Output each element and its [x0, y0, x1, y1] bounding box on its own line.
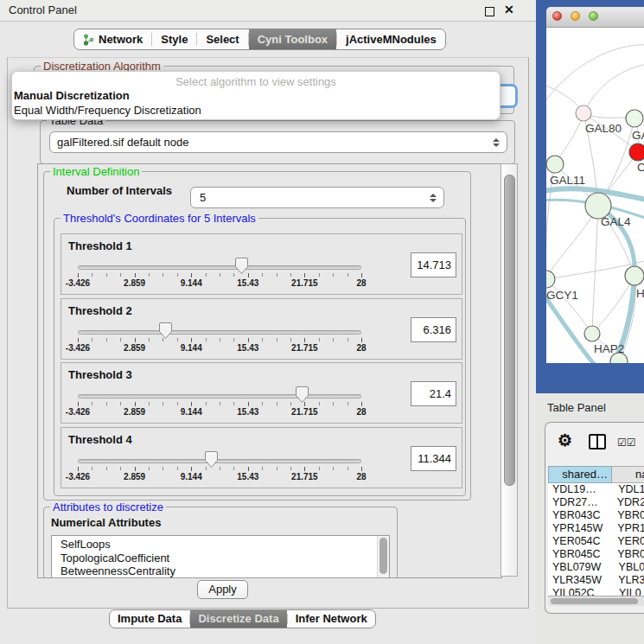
- table-panel: Table Panel shared… na YDL19…YDL1YDR27…Y…: [536, 393, 644, 644]
- slider-thumb[interactable]: [295, 386, 309, 404]
- network-node-gcy1[interactable]: [546, 271, 555, 288]
- slider-tick-icon: [149, 467, 150, 470]
- network-canvas[interactable]: GAL80GACGAL11GAL4GCY1HHAP2: [546, 28, 644, 363]
- threshold-panel: Threshold 1-3.4262.8599.14415.4321.71528…: [61, 233, 462, 295]
- table-row[interactable]: YBL079WYBL0: [548, 561, 644, 574]
- slider-tick-icon: [319, 402, 320, 405]
- panel-title: Control Panel: [9, 3, 77, 16]
- minimize-traffic-light-icon[interactable]: [571, 11, 580, 21]
- slider-tick-label: 9.144: [181, 343, 202, 353]
- tab-cyni-toolbox[interactable]: Cyni Toolbox: [249, 29, 336, 49]
- table-row[interactable]: YIL052CYIL0: [548, 587, 644, 596]
- network-node[interactable]: [626, 110, 643, 127]
- float-icon[interactable]: [485, 7, 494, 16]
- slider-track[interactable]: [78, 265, 361, 270]
- slider-track[interactable]: [78, 394, 361, 399]
- slider-tick-label: -3.426: [66, 472, 90, 481]
- network-node-h[interactable]: [625, 266, 644, 285]
- tab-network[interactable]: Network: [74, 29, 151, 49]
- combo-spinner-icon: [492, 136, 500, 150]
- cell-name: YIL0: [612, 587, 641, 596]
- gear-icon[interactable]: [558, 431, 572, 450]
- zoom-traffic-light-icon[interactable]: [589, 11, 598, 21]
- attribute-list-scrollbar[interactable]: [377, 536, 389, 578]
- cell-shared-name: YDR27…: [548, 496, 610, 509]
- tab-select[interactable]: Select: [197, 29, 247, 49]
- slider-track[interactable]: [78, 330, 361, 335]
- bottom-tab-impute-data[interactable]: Impute Data: [110, 610, 189, 628]
- close-traffic-light-icon[interactable]: [552, 11, 562, 21]
- slider-tick-icon: [248, 467, 249, 471]
- threshold-value-field[interactable]: 21.4: [411, 381, 456, 406]
- horizontal-scrollbar-thumb[interactable]: [551, 598, 638, 604]
- slider-tick-icon: [304, 273, 305, 277]
- slider-tick-icon: [78, 338, 79, 342]
- slider-tick-icon: [120, 467, 121, 470]
- slider-tick-icon: [361, 467, 362, 471]
- attribute-list-item[interactable]: BetweennessCentrality: [52, 564, 389, 578]
- numerical-attributes-list[interactable]: SelfLoopsTopologicalCoefficientBetweenne…: [51, 535, 390, 578]
- network-node-hap2[interactable]: [584, 326, 600, 341]
- network-desktop: GAL80GACGAL11GAL4GCY1HHAP2: [536, 0, 644, 393]
- slider-thumb[interactable]: [158, 322, 173, 340]
- slider-tick-icon: [290, 273, 291, 277]
- column-header-shared-name[interactable]: shared…: [548, 466, 612, 483]
- table-row[interactable]: YER054CYER0: [548, 535, 644, 548]
- vertical-scrollbar[interactable]: [501, 163, 518, 577]
- close-icon[interactable]: [504, 3, 514, 16]
- slider-thumb[interactable]: [204, 450, 219, 469]
- attribute-list-item[interactable]: SelfLoops: [52, 538, 389, 552]
- slider-tick-label: 15.43: [237, 472, 258, 481]
- slider-thumb[interactable]: [234, 257, 249, 275]
- table-row[interactable]: YBR045CYBR0: [548, 548, 644, 561]
- threshold-value-field[interactable]: 6.316: [411, 317, 456, 342]
- slider-tick-label: 9.144: [181, 472, 202, 481]
- algorithm-popup-hint: Select algorithm to view settings: [12, 75, 500, 88]
- cell-shared-name: YER054C: [548, 535, 610, 548]
- table-row[interactable]: YBR043CYBR0: [548, 509, 644, 522]
- bottom-tab-infer-network[interactable]: Infer Network: [288, 610, 375, 628]
- slider-tick-icon: [233, 338, 234, 341]
- bottom-tab-discretize-data[interactable]: Discretize Data: [190, 610, 286, 628]
- attributes-group-title: Attributes to discretize: [50, 501, 166, 513]
- slider-track[interactable]: [78, 459, 361, 463]
- table-row[interactable]: YDR27…YDR2: [548, 496, 644, 509]
- tab-jactivemnodules[interactable]: jActiveMNodules: [337, 29, 445, 49]
- attribute-list-item[interactable]: TopologicalCoefficient: [52, 552, 389, 565]
- apply-button[interactable]: Apply: [197, 580, 248, 599]
- slider-tick-icon: [163, 467, 163, 470]
- slider-tick-label: 21.715: [291, 472, 318, 481]
- slider-tick-icon: [248, 402, 249, 406]
- number-of-intervals-combo[interactable]: 5: [190, 187, 444, 208]
- table-data-combo[interactable]: galFiltered.sif default node: [49, 131, 507, 153]
- table-row[interactable]: YDL19…YDL1: [548, 483, 644, 496]
- network-node-gal80[interactable]: [576, 105, 591, 121]
- table-row[interactable]: YPR145WYPR1: [548, 522, 644, 535]
- cyni-toolbox-panel: Discretization Algorithm Table Data galF…: [7, 57, 529, 609]
- algorithm-option[interactable]: Equal Width/Frequency Discretization: [12, 103, 500, 118]
- threshold-value-field[interactable]: 11.344: [411, 446, 456, 471]
- slider-tick-icon: [191, 338, 192, 342]
- column-layout-icon[interactable]: [589, 434, 606, 450]
- algorithm-option[interactable]: Manual Discretization: [12, 88, 500, 103]
- attribute-list-scrollbar-thumb[interactable]: [379, 538, 387, 574]
- column-header-name[interactable]: na: [612, 466, 644, 483]
- vertical-scrollbar-thumb[interactable]: [504, 175, 515, 486]
- network-node[interactable]: [629, 143, 644, 161]
- table-row[interactable]: YLR345WYLR3: [548, 574, 644, 587]
- checkbox-columns-icon[interactable]: [617, 437, 636, 449]
- network-node-label: C: [637, 161, 644, 174]
- network-node-gal11[interactable]: [546, 156, 564, 173]
- network-node-label: GAL11: [550, 174, 585, 187]
- slider-tick-icon: [304, 338, 305, 342]
- slider-tick-icon: [191, 273, 192, 277]
- slider-tick-label: 9.144: [181, 407, 202, 417]
- network-window-titlebar[interactable]: [546, 7, 644, 28]
- slider-tick-icon: [220, 338, 220, 341]
- slider-tick-label: 21.715: [291, 343, 318, 353]
- threshold-value-field[interactable]: 14.713: [411, 252, 456, 277]
- tab-label: Cyni Toolbox: [258, 33, 328, 46]
- tab-style[interactable]: Style: [152, 29, 196, 49]
- horizontal-scrollbar[interactable]: [548, 596, 644, 606]
- cell-name: YER0: [610, 535, 644, 548]
